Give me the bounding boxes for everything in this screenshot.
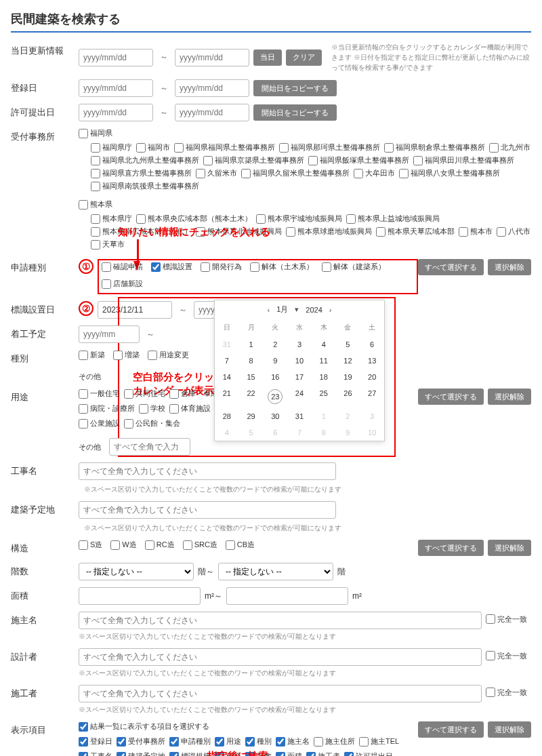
cal-prev-icon[interactable]: ‹	[268, 306, 270, 314]
cb-item[interactable]	[245, 737, 255, 747]
cb-item[interactable]	[215, 737, 224, 747]
btn-copy-regdate[interactable]: 開始日をコピーする	[253, 80, 337, 96]
floor-from[interactable]: -- 指定しない --	[79, 563, 194, 580]
btn-none-disp[interactable]: 選択解除	[488, 721, 531, 738]
btn-none-use[interactable]: 選択解除	[488, 389, 531, 405]
cb-item[interactable]	[276, 737, 285, 747]
btn-none-struct[interactable]: 選択解除	[488, 540, 531, 556]
cal-day[interactable]: 3	[287, 336, 312, 353]
cal-day[interactable]: 27	[360, 385, 384, 408]
cb-item[interactable]	[344, 752, 354, 757]
btn-all-struct[interactable]: すべて選択する	[418, 540, 484, 556]
cb-item[interactable]	[136, 143, 146, 153]
cb-item[interactable]	[241, 169, 251, 178]
cal-day[interactable]: 4	[215, 424, 239, 441]
use-other[interactable]	[109, 438, 190, 456]
cal-day[interactable]: 21	[215, 385, 239, 408]
cb-item[interactable]	[91, 156, 100, 165]
cal-day[interactable]: 9	[336, 424, 360, 441]
cb-item[interactable]	[174, 143, 184, 153]
regdate-to[interactable]	[175, 79, 249, 97]
cal-day[interactable]: 15	[239, 369, 264, 385]
cb-item[interactable]	[79, 419, 88, 429]
owner-input[interactable]	[79, 612, 482, 629]
cb-item[interactable]	[183, 540, 192, 550]
cb-item[interactable]	[79, 389, 88, 399]
cb-item[interactable]	[79, 540, 88, 550]
btn-all-use[interactable]: すべて選択する	[418, 389, 484, 405]
start-from[interactable]	[79, 325, 140, 343]
cal-day[interactable]: 1	[239, 336, 264, 353]
btn-copy-permit[interactable]: 開始日をコピーする	[253, 104, 337, 121]
cal-day[interactable]: 29	[239, 408, 264, 424]
cb-item[interactable]	[79, 404, 88, 414]
cb-item[interactable]	[308, 156, 318, 165]
cb-item[interactable]	[91, 143, 100, 153]
area-from[interactable]	[79, 587, 201, 605]
cal-day[interactable]: 30	[263, 408, 287, 424]
cb-item[interactable]	[148, 351, 157, 360]
cb-item[interactable]	[145, 540, 154, 550]
cb-item[interactable]	[346, 214, 356, 224]
cb-item[interactable]	[306, 752, 316, 757]
cal-day[interactable]: 13	[360, 353, 384, 369]
cb-item[interactable]	[139, 404, 148, 414]
cb-item[interactable]	[413, 156, 423, 165]
cb-item[interactable]	[91, 169, 100, 178]
cb-item[interactable]	[91, 227, 100, 237]
cal-day[interactable]: 16	[263, 369, 287, 385]
update-from[interactable]	[79, 49, 153, 66]
cb-item[interactable]	[286, 227, 295, 237]
cb-item[interactable]	[110, 540, 120, 550]
cal-day[interactable]: 14	[215, 369, 239, 385]
cb-disp-note[interactable]	[79, 722, 88, 732]
cb-item[interactable]	[79, 737, 88, 747]
cal-day[interactable]: 24	[287, 385, 312, 408]
regdate-from[interactable]	[79, 79, 153, 97]
btn-clear[interactable]: クリア	[286, 49, 322, 66]
btn-all-apptype[interactable]: すべて選択する	[418, 259, 484, 275]
builder-input[interactable]	[79, 685, 482, 702]
cal-day[interactable]: 6	[263, 424, 287, 441]
cal-day[interactable]: 3	[360, 408, 384, 424]
cal-day[interactable]: 5	[336, 336, 360, 353]
cb-item[interactable]	[79, 752, 88, 757]
btn-all-disp[interactable]: すべて選択する	[418, 721, 484, 738]
cal-day[interactable]: 8	[312, 424, 336, 441]
cb-item[interactable]	[102, 279, 111, 289]
cb-item[interactable]	[226, 540, 235, 550]
cb-item[interactable]	[151, 262, 161, 272]
cal-day[interactable]: 20	[360, 369, 384, 385]
cal-day[interactable]: 22	[239, 385, 264, 408]
cb-item[interactable]	[113, 351, 123, 360]
cb-item[interactable]	[250, 262, 259, 272]
calendar-popup[interactable]: ‹ 1月 ▾ 2024 › 日月火水木金土3112345678910111213…	[214, 300, 385, 441]
cb-item[interactable]	[169, 389, 179, 399]
cb-item[interactable]	[196, 169, 205, 178]
cb-item[interactable]	[276, 752, 285, 757]
cal-day[interactable]: 7	[287, 424, 312, 441]
cb-item[interactable]	[459, 227, 468, 237]
jobname-input[interactable]	[79, 462, 336, 480]
btn-today[interactable]: 当日	[253, 49, 282, 66]
cb-item[interactable]	[91, 240, 100, 250]
cb-item[interactable]	[136, 214, 146, 224]
cb-item[interactable]	[124, 419, 133, 429]
cb-item[interactable]	[203, 156, 213, 165]
cal-day[interactable]: 28	[215, 408, 239, 424]
floor-to[interactable]: -- 指定しない --	[218, 563, 333, 580]
cal-day[interactable]: 23	[263, 385, 287, 408]
update-to[interactable]	[175, 49, 249, 66]
cal-day[interactable]: 19	[336, 369, 360, 385]
cal-day[interactable]: 9	[263, 353, 287, 369]
cb-item[interactable]	[91, 182, 100, 191]
cal-day[interactable]: 1	[312, 408, 336, 424]
cb-item[interactable]	[489, 143, 499, 153]
cal-day[interactable]: 2	[263, 336, 287, 353]
cal-day[interactable]: 25	[312, 385, 336, 408]
cal-day[interactable]: 17	[287, 369, 312, 385]
cb-item[interactable]	[359, 737, 369, 747]
cal-day[interactable]: 12	[336, 353, 360, 369]
cal-day[interactable]: 7	[215, 353, 239, 369]
cal-day[interactable]: 6	[360, 336, 384, 353]
